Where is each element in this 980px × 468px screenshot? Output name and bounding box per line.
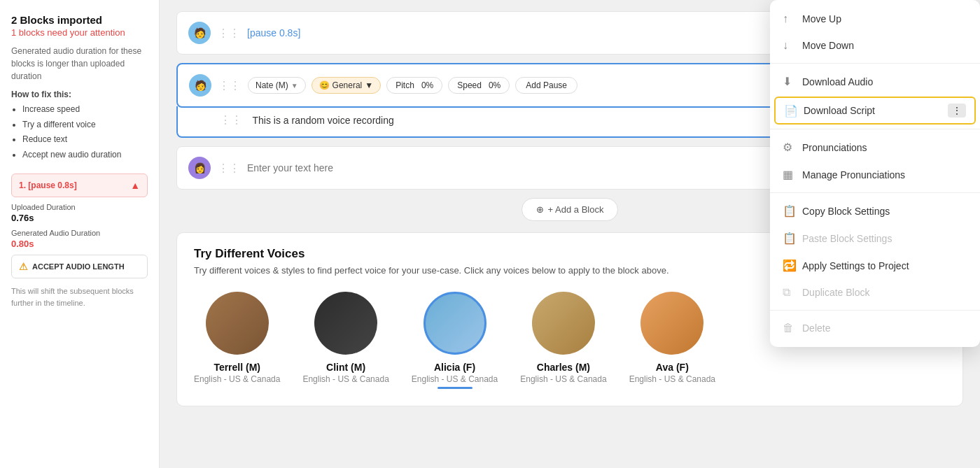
fix-item-4: Accept new audio duration [22,148,148,163]
menu-divider-1 [770,63,980,64]
menu-item-manage-pronunciations[interactable]: ▦ Manage Pronunciations [770,161,980,188]
duplicate-icon: ⧉ [783,286,795,299]
move-up-icon: ↑ [783,13,795,25]
download-script-icon: 📄 [784,104,797,118]
speed-value: 0% [489,80,500,90]
ava-name: Ava (F) [656,362,689,373]
speed-control[interactable]: Speed 0% [448,77,510,94]
voice-card-terrell[interactable]: Terrell (M) English - US & Canada [194,292,280,389]
generated-audio-value: 0.80s [11,239,148,249]
sidebar-block-item[interactable]: 1. [pause 0.8s] ▲ [11,173,148,197]
move-down-icon: ↓ [783,39,795,52]
voice-card-ava[interactable]: Ava (F) English - US & Canada [629,292,715,389]
menu-item-pronunciations[interactable]: ⚙ Pronunciations [770,134,980,161]
download-script-dots: ⋮ [948,104,966,118]
charles-name: Charles (M) [537,362,590,373]
clint-name: Clint (M) [326,362,365,373]
voice-card-charles[interactable]: Charles (M) English - US & Canada [520,292,606,389]
menu-item-move-down-label: Move Down [802,40,854,51]
sidebar-subtitle: 1 blocks need your attention [11,27,148,38]
alicia-active-indicator [438,387,472,389]
menu-item-pronunciations-label: Pronunciations [802,142,867,153]
voice-name: Nate (M) [255,80,288,90]
voice-card-clint[interactable]: Clint (M) English - US & Canada [302,292,388,389]
fix-item-1: Increase speed [22,102,148,118]
alicia-lang: English - US & Canada [412,374,498,384]
copy-settings-icon: 📋 [783,204,795,218]
block-2-body-text: This is a random voice recording [252,115,393,126]
block-2-text-drag[interactable]: ⋮⋮ [220,114,242,126]
menu-item-apply-settings[interactable]: 🔁 Apply Settings to Project [770,252,980,279]
menu-item-move-up[interactable]: ↑ Move Up [770,6,980,32]
charles-lang: English - US & Canada [520,374,606,384]
menu-item-duplicate-label: Duplicate Block [802,287,870,298]
menu-item-copy-block-settings[interactable]: 📋 Copy Block Settings [770,197,980,225]
menu-item-paste-settings-label: Paste Block Settings [802,233,892,244]
menu-item-download-script-label: Download Script [804,105,875,116]
add-block-button[interactable]: ⊕ + Add a Block [522,198,619,221]
warning-icon: ⚠ [19,261,28,272]
menu-item-move-down[interactable]: ↓ Move Down [770,32,980,59]
mood-emoji: 😊 [319,80,330,90]
block-1-avatar: 🧑 [188,22,211,44]
sidebar-title: 2 Blocks imported [11,14,148,26]
menu-item-delete-label: Delete [802,322,830,334]
block-2-avatar: 🧑 [189,74,211,97]
fix-item-3: Reduce text [22,132,148,148]
accept-audio-length-button[interactable]: ⚠ ACCEPT AUDIO LENGTH [11,255,148,278]
voice-chevron-icon: ▼ [291,82,298,90]
generated-audio-label: Generated Audio Duration [11,229,148,237]
sidebar-fix-list: Increase speed Try a different voice Red… [22,102,148,162]
sidebar-description: Generated audio duration for these block… [11,45,148,83]
mood-selector[interactable]: 😊 General ▼ [312,77,382,94]
add-pause-button[interactable]: Add Pause [515,77,578,94]
menu-item-apply-settings-label: Apply Settings to Project [802,260,909,271]
voice-card-alicia[interactable]: Alicia (F) English - US & Canada [412,292,498,389]
uploaded-duration-value: 0.76s [11,213,148,223]
menu-item-download-script[interactable]: 📄 Download Script ⋮ [774,97,976,125]
terrell-name: Terrell (M) [214,362,260,373]
sidebar-note: This will shift the subsequent blocks fu… [11,285,148,309]
menu-divider-2 [770,129,980,129]
add-block-label: + Add a Block [548,204,604,215]
menu-item-move-up-label: Move Up [802,13,841,24]
download-audio-icon: ⬇ [783,75,795,88]
terrell-avatar [206,292,269,355]
mood-chevron-icon: ▼ [365,80,373,90]
sidebar: 2 Blocks imported 1 blocks need your att… [0,0,160,468]
pitch-control[interactable]: Pitch 0% [386,77,442,94]
charles-avatar [532,292,595,355]
alicia-avatar [424,292,486,355]
block-2-drag-handle[interactable]: ⋮⋮ [218,79,241,92]
sidebar-block-label: 1. [pause 0.8s] [19,180,77,190]
pronunciations-icon: ⚙ [783,141,795,154]
fix-item-2: Try a different voice [22,118,148,133]
menu-item-copy-settings-label: Copy Block Settings [802,206,890,217]
block-1-text: [pause 0.8s] [247,27,300,38]
menu-item-manage-pronunciations-label: Manage Pronunciations [802,169,905,180]
sidebar-how-to-fix: How to fix this: [11,90,148,99]
pitch-label: Pitch [396,80,414,90]
menu-divider-4 [770,310,980,311]
menu-item-duplicate-block: ⧉ Duplicate Block [770,279,980,306]
add-block-icon: ⊕ [536,204,544,215]
menu-item-download-audio[interactable]: ⬇ Download Audio [770,68,980,95]
apply-settings-icon: 🔁 [783,259,795,272]
terrell-lang: English - US & Canada [194,374,280,384]
mood-label: General [332,80,363,90]
ava-avatar [640,292,704,355]
manage-pronunciations-icon: ▦ [783,168,795,181]
context-menu: ↑ Move Up ↓ Move Down ⬇ Download Audio 📄… [770,0,980,347]
block-3-avatar: 👩 [188,157,211,179]
paste-settings-icon: 📋 [783,232,795,245]
menu-item-delete: 🗑 Delete [770,315,980,341]
pitch-value: 0% [421,80,433,90]
ava-lang: English - US & Canada [629,374,715,384]
voice-selector[interactable]: Nate (M) ▼ [248,77,306,94]
sidebar-block-caret-icon: ▲ [130,180,140,191]
accept-btn-label: ACCEPT AUDIO LENGTH [32,262,125,271]
speed-label: Speed [457,80,482,90]
block-3-drag-handle[interactable]: ⋮⋮ [218,162,240,175]
uploaded-duration-label: Uploaded Duration [11,203,148,211]
block-1-drag-handle[interactable]: ⋮⋮ [218,27,240,40]
